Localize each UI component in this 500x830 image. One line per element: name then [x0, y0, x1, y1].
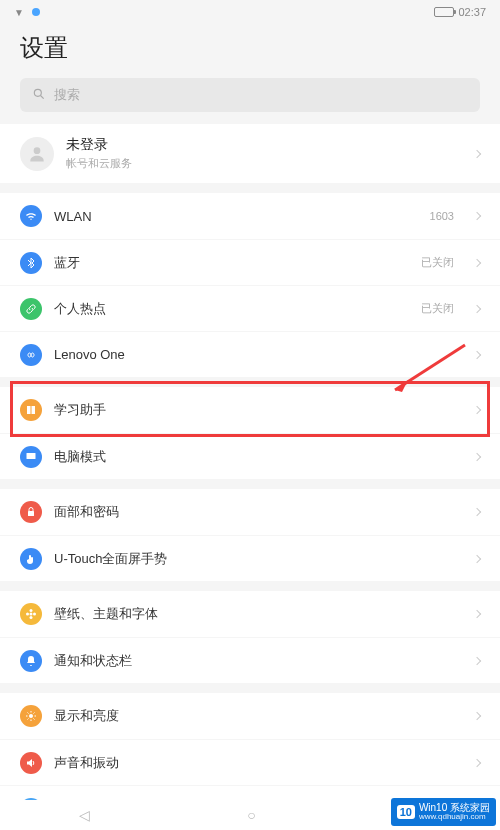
- svg-point-8: [26, 613, 29, 616]
- section: 学习助手 电脑模式: [0, 387, 500, 479]
- sound-icon: [20, 752, 42, 774]
- battery-icon: [434, 7, 454, 17]
- row-label: 壁纸、主题和字体: [54, 605, 462, 623]
- row-lenovo-one[interactable]: Lenovo One: [0, 331, 500, 377]
- search-icon: [32, 87, 46, 104]
- row-wallpaper[interactable]: 壁纸、主题和字体: [0, 591, 500, 637]
- row-label: 显示和亮度: [54, 707, 462, 725]
- row-sound[interactable]: 声音和振动: [0, 739, 500, 785]
- chevron-right-icon: [473, 758, 481, 766]
- watermark-logo: 10: [397, 805, 415, 819]
- wifi-icon: ▼: [14, 7, 24, 18]
- row-label: Lenovo One: [54, 347, 462, 362]
- row-utouch[interactable]: U-Touch全面屏手势: [0, 535, 500, 581]
- svg-rect-3: [27, 453, 36, 459]
- row-display[interactable]: 显示和亮度: [0, 693, 500, 739]
- row-label: 面部和密码: [54, 503, 462, 521]
- chevron-right-icon: [473, 452, 481, 460]
- status-right: 02:37: [434, 6, 486, 18]
- row-label: WLAN: [54, 209, 418, 224]
- status-left: ▼: [14, 7, 40, 18]
- svg-line-1: [41, 95, 44, 98]
- row-label: U-Touch全面屏手势: [54, 550, 462, 568]
- account-row[interactable]: 未登录 帐号和云服务: [0, 124, 500, 183]
- svg-point-5: [30, 613, 33, 616]
- chevron-right-icon: [473, 304, 481, 312]
- row-pc-mode[interactable]: 电脑模式: [0, 433, 500, 479]
- row-label: 个人热点: [54, 300, 409, 318]
- time-label: 02:37: [458, 6, 486, 18]
- watermark: 10 Win10 系统家园 www.qdhuajin.com: [391, 798, 496, 826]
- svg-point-2: [34, 147, 41, 154]
- watermark-url: www.qdhuajin.com: [419, 813, 490, 822]
- row-value: 已关闭: [421, 301, 454, 316]
- row-value: 1603: [430, 210, 454, 222]
- status-bar: ▼ 02:37: [0, 0, 500, 24]
- row-label: 通知和状态栏: [54, 652, 462, 670]
- hotspot-icon: [20, 298, 42, 320]
- svg-point-10: [29, 714, 33, 718]
- row-study-assistant[interactable]: 学习助手: [0, 387, 500, 433]
- wlan-icon: [20, 205, 42, 227]
- chevron-right-icon: [473, 212, 481, 220]
- nav-home[interactable]: ○: [247, 807, 255, 823]
- svg-point-6: [30, 609, 33, 612]
- row-bluetooth[interactable]: 蓝牙 已关闭: [0, 239, 500, 285]
- account-sub: 帐号和云服务: [66, 156, 132, 171]
- section: 壁纸、主题和字体 通知和状态栏: [0, 591, 500, 683]
- row-label: 电脑模式: [54, 448, 462, 466]
- notification-icon: [20, 650, 42, 672]
- svg-point-7: [30, 616, 33, 619]
- search-input[interactable]: 搜索: [20, 78, 480, 112]
- chevron-right-icon: [473, 554, 481, 562]
- chevron-right-icon: [473, 610, 481, 618]
- row-notification[interactable]: 通知和状态栏: [0, 637, 500, 683]
- svg-point-0: [34, 89, 41, 96]
- chevron-right-icon: [473, 149, 481, 157]
- account-title: 未登录: [66, 136, 132, 154]
- row-hotspot[interactable]: 个人热点 已关闭: [0, 285, 500, 331]
- page-title: 设置: [0, 24, 500, 78]
- row-label: 蓝牙: [54, 254, 409, 272]
- wallpaper-icon: [20, 603, 42, 625]
- chevron-right-icon: [473, 406, 481, 414]
- row-label: 学习助手: [54, 401, 462, 419]
- section: WLAN 1603 蓝牙 已关闭 个人热点 已关闭 Lenovo One: [0, 193, 500, 377]
- chevron-right-icon: [473, 712, 481, 720]
- row-wlan[interactable]: WLAN 1603: [0, 193, 500, 239]
- section: 面部和密码 U-Touch全面屏手势: [0, 489, 500, 581]
- lenovo-one-icon: [20, 344, 42, 366]
- face-password-icon: [20, 501, 42, 523]
- chevron-right-icon: [473, 350, 481, 358]
- row-face-password[interactable]: 面部和密码: [0, 489, 500, 535]
- nav-back[interactable]: ◁: [79, 807, 90, 823]
- row-label: 声音和振动: [54, 754, 462, 772]
- chevron-right-icon: [473, 508, 481, 516]
- pc-mode-icon: [20, 446, 42, 468]
- search-placeholder: 搜索: [54, 86, 80, 104]
- avatar: [20, 137, 54, 171]
- chevron-right-icon: [473, 258, 481, 266]
- bluetooth-icon: [20, 252, 42, 274]
- display-icon: [20, 705, 42, 727]
- study-assistant-icon: [20, 399, 42, 421]
- svg-rect-4: [28, 511, 34, 516]
- svg-point-9: [33, 613, 36, 616]
- sync-dot-icon: [32, 8, 40, 16]
- chevron-right-icon: [473, 656, 481, 664]
- row-value: 已关闭: [421, 255, 454, 270]
- utouch-icon: [20, 548, 42, 570]
